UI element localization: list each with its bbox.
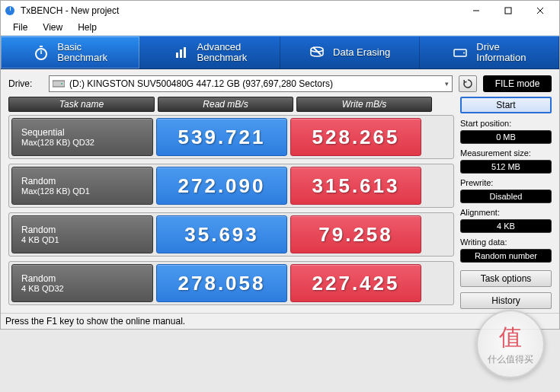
history-button[interactable]: History <box>460 292 552 309</box>
write-value: 315.613 <box>290 167 421 205</box>
measurement-size-label: Measurement size: <box>460 148 552 158</box>
titlebar: TxBENCH - New project <box>1 1 559 21</box>
maximize-button[interactable] <box>492 1 524 21</box>
window-title: TxBENCH - New project <box>21 5 460 16</box>
disk-icon <box>53 79 65 88</box>
result-row-3: Random4 KB QD32 278.058 227.425 <box>8 261 454 305</box>
write-value: 227.425 <box>290 264 421 302</box>
writing-data-value[interactable]: Random number <box>460 249 552 263</box>
tab-advanced-benchmark[interactable]: AdvancedBenchmark <box>140 37 280 69</box>
result-row-0: SequentialMax(128 KB) QD32 539.721 528.2… <box>8 115 454 159</box>
drive-select[interactable]: (D:) KINGSTON SUV500480G 447.12 GB (937,… <box>49 75 453 92</box>
header-write: Write mB/s <box>296 97 432 112</box>
read-value: 539.721 <box>156 118 287 156</box>
measurement-size-value[interactable]: 512 MB <box>460 160 552 174</box>
prewrite-label: Prewrite: <box>460 178 552 187</box>
prewrite-value[interactable]: Disabled <box>460 190 552 203</box>
tabbar: BasicBenchmark AdvancedBenchmark Data Er… <box>1 36 559 69</box>
read-value: 278.058 <box>156 264 287 302</box>
svg-rect-9 <box>176 53 178 58</box>
minimize-button[interactable] <box>460 1 492 21</box>
menu-view[interactable]: View <box>35 21 70 35</box>
side-panel: Start Start position: 0 MB Measurement s… <box>460 97 552 310</box>
erase-icon <box>309 44 325 61</box>
file-mode-button[interactable]: FILE mode <box>483 75 552 92</box>
start-button[interactable]: Start <box>460 97 552 113</box>
task-name[interactable]: Random4 KB QD1 <box>11 215 153 253</box>
write-value: 79.258 <box>290 215 421 253</box>
body: Drive: (D:) KINGSTON SUV500480G 447.12 G… <box>1 69 559 313</box>
drive-row: Drive: (D:) KINGSTON SUV500480G 447.12 G… <box>8 75 552 92</box>
alignment-label: Alignment: <box>460 208 552 217</box>
refresh-button[interactable] <box>459 75 477 92</box>
svg-rect-16 <box>53 81 65 87</box>
writing-data-label: Writing data: <box>460 237 552 247</box>
result-row-1: RandomMax(128 KB) QD1 272.090 315.613 <box>8 164 454 208</box>
svg-point-17 <box>61 83 62 84</box>
result-row-2: Random4 KB QD1 35.693 79.258 <box>8 212 454 257</box>
app-window: TxBENCH - New project File View Help Bas… <box>0 0 560 330</box>
bars-icon <box>173 44 190 61</box>
status-bar: Press the F1 key to show the online manu… <box>1 313 559 329</box>
menubar: File View Help <box>1 21 559 36</box>
tab-data-erasing[interactable]: Data Erasing <box>280 37 420 69</box>
app-icon <box>4 5 16 17</box>
task-options-button[interactable]: Task options <box>460 270 552 287</box>
tab-drive-information[interactable]: DriveInformation <box>420 37 559 69</box>
stopwatch-icon <box>33 44 50 61</box>
start-position-value[interactable]: 0 MB <box>460 130 552 144</box>
drive-icon <box>452 44 469 61</box>
menu-help[interactable]: Help <box>70 21 104 35</box>
svg-rect-3 <box>505 8 511 14</box>
read-value: 272.090 <box>156 167 287 205</box>
svg-rect-1 <box>10 7 11 11</box>
menu-file[interactable]: File <box>5 21 35 35</box>
refresh-icon <box>462 78 473 89</box>
chevron-down-icon: ▾ <box>445 80 449 88</box>
svg-rect-7 <box>40 46 43 47</box>
task-name[interactable]: RandomMax(128 KB) QD1 <box>11 167 153 205</box>
header-read: Read mB/s <box>158 97 293 112</box>
alignment-value[interactable]: 4 KB <box>460 219 552 233</box>
write-value: 528.265 <box>290 118 421 156</box>
start-position-label: Start position: <box>460 119 552 128</box>
header-taskname: Task name <box>8 97 155 112</box>
drive-selected-text: (D:) KINGSTON SUV500480G 447.12 GB (937,… <box>69 78 333 89</box>
svg-point-15 <box>463 53 465 54</box>
results: Task name Read mB/s Write mB/s Sequentia… <box>8 97 454 310</box>
main-area: Task name Read mB/s Write mB/s Sequentia… <box>8 97 552 310</box>
task-name[interactable]: Random4 KB QD32 <box>11 264 153 302</box>
tab-basic-benchmark[interactable]: BasicBenchmark <box>1 37 140 69</box>
watermark: 值 什么值得买 <box>476 310 545 378</box>
watermark-text: 什么值得买 <box>488 353 533 366</box>
close-button[interactable] <box>524 1 556 21</box>
svg-rect-11 <box>184 47 186 58</box>
svg-rect-10 <box>180 49 182 58</box>
drive-label: Drive: <box>8 78 43 89</box>
bag-icon: 值 <box>499 322 522 353</box>
task-name[interactable]: SequentialMax(128 KB) QD32 <box>11 118 153 156</box>
header-row: Task name Read mB/s Write mB/s <box>8 97 454 112</box>
read-value: 35.693 <box>156 215 287 253</box>
